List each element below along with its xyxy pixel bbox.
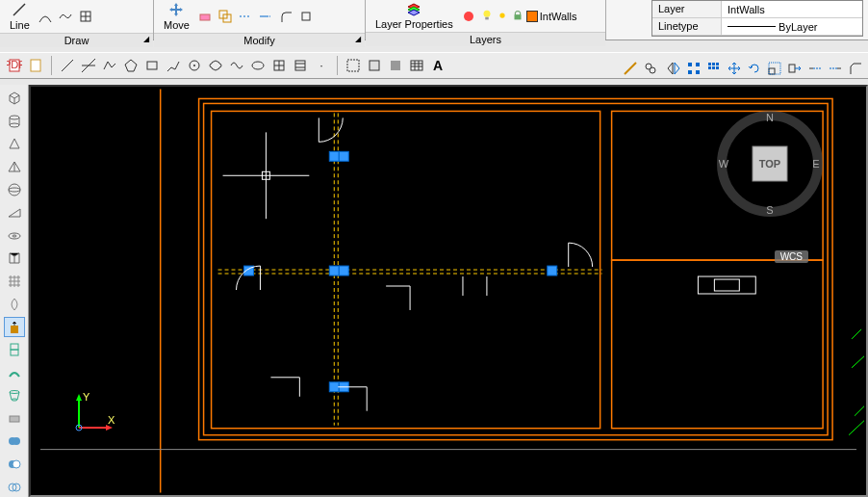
prop-row-layer[interactable]: Layer IntWalls (652, 1, 862, 18)
right-toolbar (622, 60, 864, 77)
svg-rect-54 (789, 65, 795, 72)
svg-rect-91 (339, 266, 348, 275)
panel-draw-label: Draw◢ (0, 33, 153, 47)
lt-mesh-icon[interactable] (4, 272, 25, 292)
wcs-label[interactable]: WCS (775, 250, 808, 263)
layer-properties-button[interactable]: Layer Properties (371, 0, 457, 32)
draw-ellipse-icon[interactable] (249, 57, 267, 74)
draw-3dpoly-icon[interactable] (165, 57, 182, 74)
scale-icon[interactable] (766, 60, 783, 77)
draw-spline-icon[interactable] (228, 57, 245, 74)
svg-text:Y: Y (83, 391, 90, 403)
line-label: Line (10, 19, 30, 31)
lt-polysolid-icon[interactable] (4, 248, 25, 269)
lt-cylinder-icon[interactable] (4, 112, 25, 132)
svg-line-0 (13, 4, 25, 15)
svg-point-26 (252, 62, 264, 69)
copy-tool[interactable] (217, 8, 234, 25)
wipeout-icon[interactable] (387, 57, 404, 74)
panel-layers: Layer Properties IntWalls Layers (366, 0, 606, 39)
extend2-icon[interactable] (827, 60, 844, 77)
lt-intersect-icon[interactable] (4, 477, 25, 497)
chamfer-icon[interactable] (847, 60, 864, 77)
spline-tool[interactable] (57, 8, 74, 25)
prop-row-linetype[interactable]: Linetype ByLayer (652, 18, 862, 36)
lt-revolve-icon[interactable] (4, 294, 25, 314)
stretch-icon[interactable] (786, 60, 804, 77)
arc-tool[interactable] (37, 8, 54, 25)
prop-layer-label: Layer (652, 1, 722, 17)
measure-icon[interactable] (622, 60, 639, 77)
insert-block-icon[interactable] (270, 57, 288, 74)
lt-wedge-icon[interactable] (4, 203, 25, 223)
lt-box-icon[interactable] (4, 89, 25, 109)
array-icon[interactable] (685, 60, 702, 77)
lt-sweep-icon[interactable] (4, 363, 25, 383)
viewcube-s: S (766, 204, 773, 216)
draw-polygon-icon[interactable] (122, 57, 140, 74)
trim2-icon[interactable] (806, 60, 824, 77)
viewcube-n: N (766, 112, 774, 123)
layer-sun-icon (496, 9, 509, 24)
lt-pyramid-icon[interactable] (4, 157, 25, 177)
draw-xline-icon[interactable] (80, 57, 97, 74)
viewcube-top-label: TOP (759, 158, 780, 170)
prop-linetype-value[interactable]: ByLayer (722, 18, 862, 35)
lt-loft-icon[interactable] (4, 385, 25, 405)
svg-rect-43 (696, 63, 700, 66)
lt-torus-icon[interactable] (4, 225, 25, 246)
hatch-tool[interactable] (77, 8, 94, 25)
draw-line-icon[interactable] (59, 57, 76, 74)
pdf-import-icon[interactable] (27, 57, 44, 74)
viewcube[interactable]: TOP N S E W (712, 106, 828, 222)
prop-layer-value[interactable]: IntWalls (722, 1, 862, 17)
move-tool[interactable]: Move (160, 0, 193, 33)
svg-line-39 (625, 63, 636, 74)
extend-tool[interactable] (257, 8, 274, 25)
erase-tool[interactable] (196, 8, 214, 25)
table-icon[interactable] (408, 57, 425, 74)
svg-rect-23 (147, 62, 157, 69)
lt-sphere-icon[interactable] (4, 180, 25, 200)
fillet-tool[interactable] (277, 8, 294, 25)
svg-point-69 (12, 399, 17, 401)
move2-icon[interactable] (726, 60, 743, 77)
lt-presspull-icon[interactable] (4, 317, 25, 337)
lt-subtract-icon[interactable] (4, 455, 25, 475)
line-tool[interactable]: Line (6, 0, 34, 33)
boundary-icon[interactable] (366, 57, 383, 74)
region-icon[interactable] (345, 57, 362, 74)
viewcube-e: E (812, 158, 819, 170)
draw-rectangle-icon[interactable] (143, 57, 161, 74)
panel-modify-label: Modify◢ (154, 33, 365, 47)
select-similar-icon[interactable] (642, 60, 659, 77)
layer-color-swatch (526, 11, 538, 22)
rotate-icon[interactable] (746, 60, 763, 77)
draw-polyline-icon[interactable] (101, 57, 118, 74)
svg-rect-52 (769, 68, 775, 74)
layer-freeze-icon[interactable] (460, 8, 477, 25)
lt-section-icon[interactable] (4, 408, 25, 429)
svg-rect-46 (708, 63, 711, 65)
lt-cone-icon[interactable] (4, 134, 25, 154)
draw-arc-icon[interactable] (186, 57, 203, 74)
drawing-canvas[interactable]: TOP N S E W WCS Y X (29, 85, 868, 497)
svg-point-59 (10, 116, 19, 119)
hatch-icon[interactable] (292, 57, 309, 74)
lt-union-icon[interactable] (4, 432, 25, 452)
lt-extrude-icon[interactable] (4, 340, 25, 360)
layerprops-label: Layer Properties (375, 19, 453, 30)
svg-point-14 (499, 13, 504, 17)
point-icon[interactable]: · (313, 57, 330, 74)
trim-tool[interactable] (237, 8, 254, 25)
svg-point-60 (10, 123, 19, 127)
text-icon[interactable]: A (429, 57, 447, 74)
viewcube-w: W (719, 158, 729, 170)
draw-revcloud-icon[interactable] (207, 57, 224, 74)
mirror-icon[interactable] (665, 60, 682, 77)
svg-rect-93 (329, 151, 339, 161)
svg-line-19 (62, 60, 73, 71)
explode-tool[interactable] (297, 8, 315, 25)
pdf-export-icon[interactable]: PDF (6, 57, 23, 74)
array-rect-icon[interactable] (705, 60, 723, 77)
